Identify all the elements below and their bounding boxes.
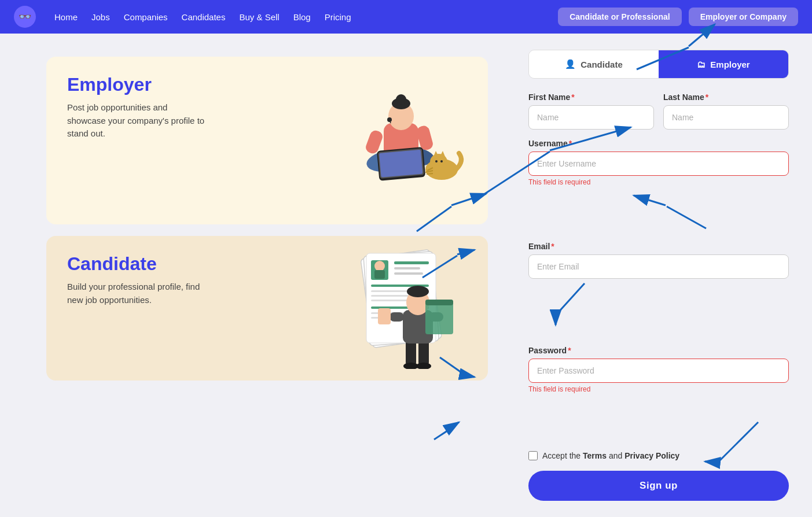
first-name-label: First Name* (528, 93, 654, 102)
candidate-desc: Build your professional profile, find ne… (67, 280, 206, 306)
nav-companies[interactable]: Companies (124, 12, 168, 22)
svg-point-27 (374, 261, 385, 271)
left-panel: Employer Post job opportunities and show… (0, 34, 511, 517)
svg-rect-48 (378, 308, 391, 324)
first-name-required: * (571, 93, 574, 102)
nav-candidate-btn[interactable]: Candidate or Professional (558, 8, 681, 26)
svg-rect-50 (425, 300, 453, 305)
terms-row: Accept the Terms and Privacy Policy (528, 451, 789, 460)
password-group: Password* This field is required (528, 346, 789, 441)
email-group: Email* (528, 242, 789, 337)
person-icon: 👤 (565, 59, 576, 69)
nav-candidates[interactable]: Candidates (182, 12, 226, 22)
nav-employer-btn[interactable]: Employer or Company (689, 8, 798, 26)
email-input[interactable] (528, 254, 789, 279)
toggle-tabs: 👤 Candidate 🗂 Employer (528, 50, 789, 79)
nav-links: Home Jobs Companies Candidates Buy & Sel… (54, 12, 558, 22)
username-label: Username* (528, 139, 789, 148)
employer-card: Employer Post job opportunities and show… (46, 57, 488, 224)
svg-rect-46 (390, 312, 404, 322)
password-required: * (568, 346, 571, 355)
svg-rect-28 (374, 270, 385, 279)
svg-rect-30 (394, 267, 420, 269)
svg-line-20 (427, 173, 433, 174)
email-label: Email* (528, 242, 789, 251)
last-name-group: Last Name* (663, 93, 789, 130)
username-group: Username* This field is required (528, 139, 789, 234)
password-label: Password* (528, 346, 789, 355)
svg-point-42 (416, 363, 431, 369)
svg-rect-31 (394, 272, 423, 275)
right-panel: 👤 Candidate 🗂 Employer First Name* Last … (511, 34, 812, 517)
first-name-input[interactable] (528, 105, 654, 130)
svg-point-16 (435, 160, 438, 163)
nav-jobs[interactable]: Jobs (91, 12, 110, 22)
username-error: This field is required (528, 178, 789, 186)
password-error: This field is required (528, 385, 789, 393)
last-name-input[interactable] (663, 105, 789, 130)
candidate-illustration (343, 242, 471, 371)
svg-rect-39 (406, 340, 416, 366)
terms-label[interactable]: Accept the Terms and Privacy Policy (542, 451, 679, 460)
nav-buy-sell[interactable]: Buy & Sell (239, 12, 279, 22)
username-required: * (569, 139, 572, 148)
email-required: * (551, 242, 554, 251)
svg-rect-11 (379, 150, 422, 178)
employer-desc: Post job opportunities and showcase your… (67, 101, 206, 141)
logo-icon: 👓 (14, 6, 36, 28)
password-input[interactable] (528, 359, 789, 383)
candidate-card: Candidate Build your professional profil… (46, 236, 488, 381)
svg-rect-29 (394, 261, 429, 264)
nav-home[interactable]: Home (54, 12, 78, 22)
username-input[interactable] (528, 152, 789, 176)
nav-blog[interactable]: Blog (293, 12, 311, 22)
navbar: 👓 Home Jobs Companies Candidates Buy & S… (0, 0, 812, 34)
last-name-required: * (706, 93, 708, 102)
svg-rect-40 (418, 340, 429, 366)
nav-pricing[interactable]: Pricing (325, 12, 351, 22)
svg-point-45 (407, 286, 429, 297)
terms-checkbox[interactable] (528, 451, 538, 460)
briefcase-icon: 🗂 (697, 60, 706, 69)
name-row: First Name* Last Name* (528, 93, 789, 130)
tab-employer[interactable]: 🗂 Employer (659, 50, 788, 78)
svg-point-6 (396, 94, 406, 105)
first-name-group: First Name* (528, 93, 654, 130)
employer-illustration (326, 57, 476, 201)
nav-right-buttons: Candidate or Professional Employer or Co… (558, 8, 798, 26)
signup-button[interactable]: Sign up (528, 471, 789, 501)
main-content: Employer Post job opportunities and show… (0, 34, 812, 517)
svg-point-17 (440, 160, 443, 163)
logo[interactable]: 👓 (14, 6, 36, 28)
tab-candidate[interactable]: 👤 Candidate (529, 50, 659, 78)
last-name-label: Last Name* (663, 93, 789, 102)
